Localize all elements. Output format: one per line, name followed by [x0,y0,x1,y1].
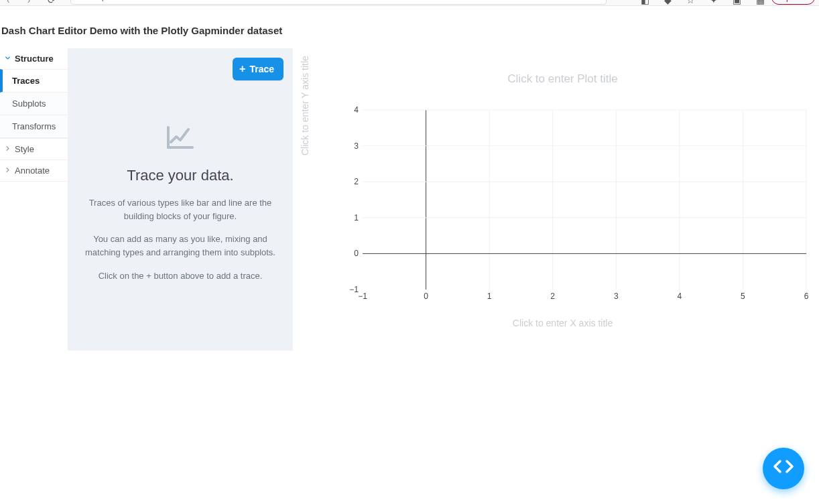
chevron-down-icon [4,54,12,63]
sidebar-item-label: Transforms [12,121,56,131]
svg-text:4: 4 [678,292,682,301]
plus-icon: + [239,63,245,75]
svg-text:0: 0 [424,292,428,301]
add-trace-label: Trace [249,64,274,74]
url-text: http://127.0.0.1:8050 [92,0,172,1]
svg-text:−1: −1 [358,292,367,301]
sidebar-section-label: Style [15,144,34,154]
xaxis-title-placeholder[interactable]: Click to enter X axis title [313,318,812,328]
sidebar-section-style[interactable]: Style [0,139,68,160]
browser-toolbar: ‹ › ⟳ ⓘ http://127.0.0.1:8050 ◧ ◆ ☆ ✦ ▣ … [0,0,819,6]
empty-state: Trace your data. Traces of various types… [76,125,285,283]
plot-axes[interactable]: −10123456−101234 [348,106,810,303]
svg-text:3: 3 [614,292,619,301]
downloads-icon[interactable]: ▣ [733,0,741,5]
sidebar-item-transforms[interactable]: Transforms [0,115,68,138]
info-icon: ⓘ [78,0,86,2]
svg-text:0: 0 [354,249,359,258]
svg-text:6: 6 [804,292,809,301]
editor-panel: + Trace Trace your data. Traces of vario… [68,48,293,351]
yaxis-title-placeholder[interactable]: Click to enter Y axis title [300,56,310,155]
empty-p3: Click on the + button above to add a tra… [82,269,278,283]
add-trace-button[interactable]: + Trace [233,58,284,80]
star-icon[interactable]: ☆ [686,0,695,5]
account-icon[interactable]: ▦ [756,0,765,5]
url-bar[interactable]: ⓘ http://127.0.0.1:8050 [70,0,607,5]
empty-heading: Trace your data. [82,167,278,184]
code-icon [772,458,795,479]
svg-text:2: 2 [550,292,555,301]
svg-text:1: 1 [487,292,492,301]
sidebar-section-structure[interactable]: Structure [0,48,68,69]
reload-icon[interactable]: ⟳ [48,0,56,5]
empty-p1: Traces of various types like bar and lin… [82,196,278,223]
devtools-fab[interactable] [763,448,804,489]
svg-text:−1: −1 [349,285,359,294]
svg-text:1: 1 [354,213,359,223]
translate-icon[interactable]: ◧ [641,0,649,5]
svg-text:5: 5 [741,292,745,301]
reader-icon[interactable]: ◆ [664,0,672,5]
back-icon[interactable]: ‹ [7,0,10,5]
sidebar-section-annotate[interactable]: Annotate [0,160,68,181]
update-button[interactable]: Update [771,0,815,5]
empty-p2: You can add as many as you like, mixing … [82,233,278,259]
sidebar-item-label: Traces [12,76,40,86]
svg-text:4: 4 [354,106,359,115]
sidebar: Structure Traces Subplots Transforms Sty… [0,48,68,182]
page-title: Dash Chart Editor Demo with the Plotly G… [0,6,819,48]
plot-area: Click to enter Plot title Click to enter… [293,48,819,328]
sidebar-section-label: Structure [15,54,54,64]
plot-title-placeholder[interactable]: Click to enter Plot title [313,72,812,86]
chevron-right-icon [4,166,12,175]
sidebar-item-label: Subplots [12,99,46,109]
extensions-icon[interactable]: ✦ [710,0,718,5]
svg-text:3: 3 [354,141,359,151]
chevron-right-icon [4,145,12,153]
forward-icon[interactable]: › [27,0,31,5]
sidebar-item-subplots[interactable]: Subplots [0,92,68,115]
chart-icon [82,125,278,153]
sidebar-section-label: Annotate [15,166,50,176]
svg-text:2: 2 [354,177,359,186]
sidebar-item-traces[interactable]: Traces [0,69,68,92]
